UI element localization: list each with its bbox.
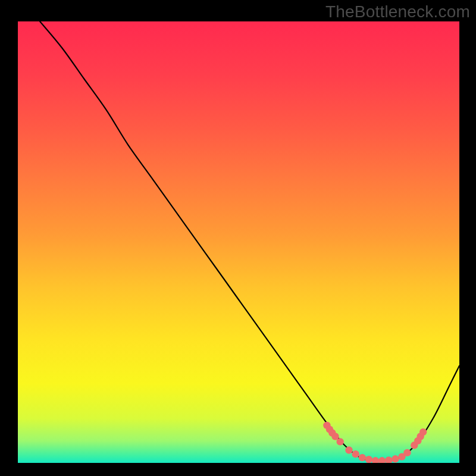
chart-frame: TheBottleneck.com xyxy=(0,0,476,476)
highlight-dot xyxy=(352,450,359,458)
plot-area xyxy=(18,21,459,463)
highlight-dot xyxy=(359,454,366,461)
highlight-dot xyxy=(365,456,372,463)
chart-svg xyxy=(18,21,459,463)
highlight-dot xyxy=(403,449,411,456)
watermark-text: TheBottleneck.com xyxy=(325,2,470,21)
highlight-dot xyxy=(392,455,399,462)
highlight-dot xyxy=(337,438,344,445)
gradient-rect xyxy=(18,21,459,463)
highlight-dot xyxy=(345,446,352,453)
highlight-dot xyxy=(419,428,427,436)
